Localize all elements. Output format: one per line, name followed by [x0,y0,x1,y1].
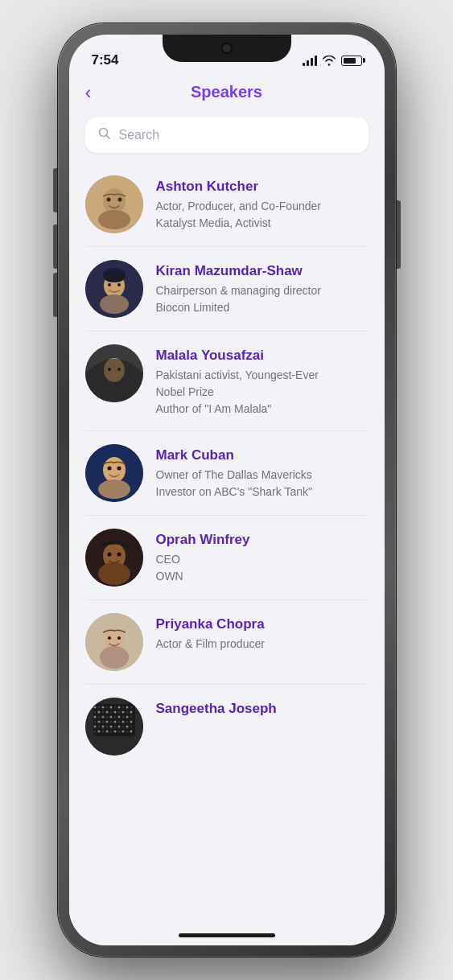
svg-point-63 [130,716,132,719]
avatar-mark-cuban [85,444,143,502]
search-placeholder: Search [119,128,160,142]
svg-point-50 [117,711,120,714]
svg-point-31 [117,636,121,640]
svg-point-72 [126,721,128,723]
speaker-info-mark-cuban: Mark Cuban Owner of The Dallas Mavericks… [156,444,369,500]
speaker-item-priyanka-chopra[interactable]: Priyanka Chopra Actor & Film producer [85,600,369,685]
speaker-item-sangeetha-joseph[interactable]: Sangeetha Joseph [85,685,369,768]
avatar-priyanka-chopra [85,613,143,671]
svg-point-48 [109,711,112,714]
svg-point-19 [98,480,130,499]
speaker-info-oprah-winfrey: Oprah Winfrey CEOOWN [156,529,369,585]
svg-point-38 [109,706,112,709]
svg-point-34 [93,706,96,709]
svg-point-81 [121,726,124,728]
avatar-ashton-kutcher [85,175,143,233]
svg-point-49 [113,711,116,714]
speaker-desc-oprah-winfrey: CEOOWN [156,551,369,585]
svg-point-87 [105,731,108,733]
svg-point-46 [101,711,104,714]
svg-point-85 [97,731,100,733]
speaker-name-priyanka-chopra: Priyanka Chopra [156,616,369,632]
svg-point-88 [109,731,112,733]
svg-point-93 [130,731,132,733]
svg-point-20 [107,467,111,471]
speaker-item-kiran-mazumdar-shaw[interactable]: Kiran Mazumdar-Shaw Chairperson & managi… [85,247,369,331]
svg-point-80 [117,726,120,728]
svg-point-54 [93,716,96,719]
svg-point-79 [113,726,116,728]
svg-point-29 [100,646,129,669]
svg-point-73 [130,721,132,723]
svg-point-64 [93,721,96,723]
svg-point-6 [117,198,121,202]
svg-point-11 [117,283,121,286]
svg-point-84 [93,731,96,733]
svg-point-52 [126,711,128,714]
svg-point-26 [117,553,121,557]
avatar-oprah-winfrey [85,529,143,587]
speaker-info-malala-yousafzai: Malala Yousafzai Pakistani activist, You… [156,344,369,418]
speaker-item-malala-yousafzai[interactable]: Malala Yousafzai Pakistani activist, You… [85,331,369,431]
speaker-name-mark-cuban: Mark Cuban [156,447,369,463]
svg-point-68 [109,721,112,723]
home-indicator [179,933,275,937]
svg-point-89 [113,731,116,733]
speaker-name-ashton-kutcher: Ashton Kutcher [156,179,369,195]
svg-point-5 [106,198,110,202]
svg-point-24 [98,562,130,585]
speaker-info-priyanka-chopra: Priyanka Chopra Actor & Film producer [156,613,369,653]
svg-point-41 [121,706,124,709]
svg-point-47 [105,711,108,714]
svg-line-1 [106,136,109,139]
svg-point-90 [117,731,120,733]
svg-point-36 [101,706,104,709]
svg-point-65 [97,721,100,723]
avatar-sangeetha-joseph [85,698,143,756]
speaker-item-mark-cuban[interactable]: Mark Cuban Owner of The Dallas Mavericks… [85,431,369,516]
svg-point-75 [97,726,100,728]
search-bar[interactable]: Search [85,117,369,153]
svg-point-76 [101,726,104,728]
svg-point-42 [126,706,128,709]
speaker-item-oprah-winfrey[interactable]: Oprah Winfrey CEOOWN [85,516,369,600]
back-button[interactable]: ‹ [85,83,92,102]
svg-point-18 [103,457,126,483]
svg-point-71 [121,721,124,723]
svg-point-39 [113,706,116,709]
svg-point-86 [101,731,104,733]
avatar-malala-yousafzai [85,344,143,402]
wifi-icon [322,56,336,66]
svg-point-15 [108,368,111,371]
svg-point-40 [117,706,120,709]
phone-frame: 7:54 [0,0,453,980]
speaker-item-ashton-kutcher[interactable]: Ashton Kutcher Actor, Producer, and Co-F… [85,163,369,247]
svg-point-25 [107,553,111,557]
svg-point-16 [117,368,121,371]
svg-point-83 [130,726,132,728]
svg-point-57 [105,716,108,719]
svg-point-37 [105,706,108,709]
speaker-desc-priyanka-chopra: Actor & Film producer [156,636,369,653]
speaker-info-kiran-mazumdar-shaw: Kiran Mazumdar-Shaw Chairperson & managi… [156,260,369,316]
svg-point-4 [98,210,130,229]
speaker-desc-kiran-mazumdar-shaw: Chairperson & managing directorBiocon Li… [156,282,369,316]
svg-point-30 [108,636,111,640]
speaker-name-malala-yousafzai: Malala Yousafzai [156,348,369,364]
speakers-list: Ashton Kutcher Actor, Producer, and Co-F… [69,163,385,929]
search-icon [98,127,111,143]
signal-icon [303,56,317,66]
svg-point-61 [121,716,124,719]
status-icons [303,56,362,66]
content-area: ‹ Speakers Search [69,75,385,945]
svg-point-43 [130,706,132,709]
svg-point-55 [97,716,100,719]
phone-outer: 7:54 [58,23,396,957]
svg-point-35 [97,706,100,709]
battery-icon [341,56,362,66]
svg-point-62 [126,716,128,719]
svg-point-45 [97,711,100,714]
svg-point-59 [113,716,116,719]
search-container: Search [69,111,385,163]
speaker-name-kiran-mazumdar-shaw: Kiran Mazumdar-Shaw [156,263,369,279]
